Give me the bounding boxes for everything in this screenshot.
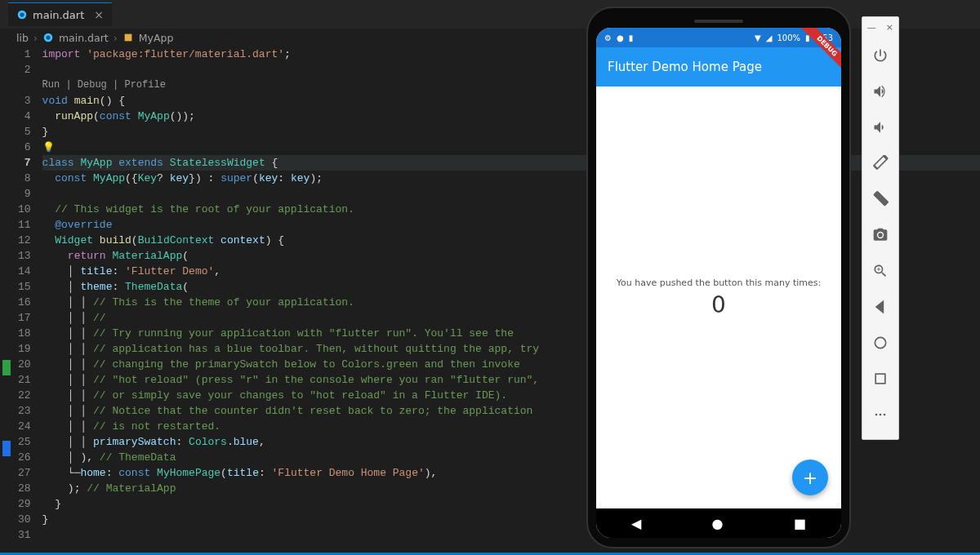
back-button[interactable]	[866, 292, 895, 322]
phone-emulator: ⚙ ● ▮ ▼ ◢ 100% ▮ 4:53 DEBUG Flutter Demo…	[588, 8, 849, 547]
app-title: Flutter Demo Home Page	[608, 60, 762, 74]
app-body: You have pushed the button this many tim…	[596, 87, 841, 508]
svg-point-3	[46, 35, 50, 39]
breadcrumb-file[interactable]: main.dart	[59, 32, 109, 44]
gutter	[0, 47, 13, 543]
minimize-button[interactable]: —	[867, 22, 876, 33]
breadcrumb-symbol[interactable]: MyApp	[139, 32, 174, 44]
class-icon	[122, 32, 134, 43]
gutter-mark-bookmark	[2, 441, 11, 456]
square-icon: ▮	[629, 33, 634, 42]
phone-screen[interactable]: ⚙ ● ▮ ▼ ◢ 100% ▮ 4:53 DEBUG Flutter Demo…	[596, 28, 841, 538]
line-numbers: 1 2 3 4 5 6 7 8 9 10 11 12 13 14 15 16 1…	[13, 47, 42, 543]
tab-main-dart[interactable]: main.dart ×	[8, 2, 112, 26]
svg-point-5	[875, 337, 885, 348]
overview-button[interactable]	[866, 364, 895, 393]
tab-filename: main.dart	[33, 9, 84, 21]
svg-point-8	[880, 414, 882, 416]
breadcrumb-folder[interactable]: lib	[16, 32, 29, 44]
signal-icon: ◢	[766, 33, 773, 42]
rotate-right-button[interactable]	[866, 184, 895, 214]
rotate-left-button[interactable]	[866, 149, 895, 178]
wifi-icon: ▼	[755, 33, 761, 42]
dart-file-icon	[42, 32, 54, 43]
more-button[interactable]	[866, 400, 895, 429]
gutter-mark-modified	[2, 360, 11, 375]
volume-up-button[interactable]	[866, 77, 895, 106]
fab-add-button[interactable]: +	[792, 460, 828, 495]
gear-icon: ⚙	[604, 33, 612, 42]
nav-back-icon[interactable]: ◀	[631, 516, 641, 531]
phone-speaker	[694, 20, 743, 23]
nav-recent-icon[interactable]: ■	[794, 516, 806, 531]
circle-icon: ●	[617, 33, 624, 42]
battery-pct: 100%	[777, 33, 800, 42]
close-button[interactable]: ×	[886, 22, 893, 33]
nav-home-icon[interactable]: ●	[712, 516, 724, 531]
lightbulb-icon[interactable]: 💡	[42, 142, 55, 153]
zoom-button[interactable]	[866, 256, 895, 286]
svg-point-1	[20, 12, 24, 16]
svg-point-9	[884, 414, 886, 416]
svg-rect-4	[124, 34, 131, 42]
camera-button[interactable]	[866, 220, 895, 250]
svg-point-7	[875, 414, 878, 416]
emulator-toolbar: — ×	[862, 16, 899, 440]
android-nav-bar: ◀ ● ■	[596, 508, 841, 538]
dart-file-icon	[16, 9, 28, 20]
counter-value: 0	[711, 291, 726, 318]
volume-down-button[interactable]	[866, 113, 895, 142]
tab-close-button[interactable]: ×	[94, 8, 104, 21]
svg-rect-6	[875, 374, 885, 384]
body-text: You have pushed the button this many tim…	[617, 278, 821, 288]
power-button[interactable]	[866, 41, 895, 70]
home-button[interactable]	[866, 328, 895, 357]
app-bar: Flutter Demo Home Page	[596, 47, 841, 87]
